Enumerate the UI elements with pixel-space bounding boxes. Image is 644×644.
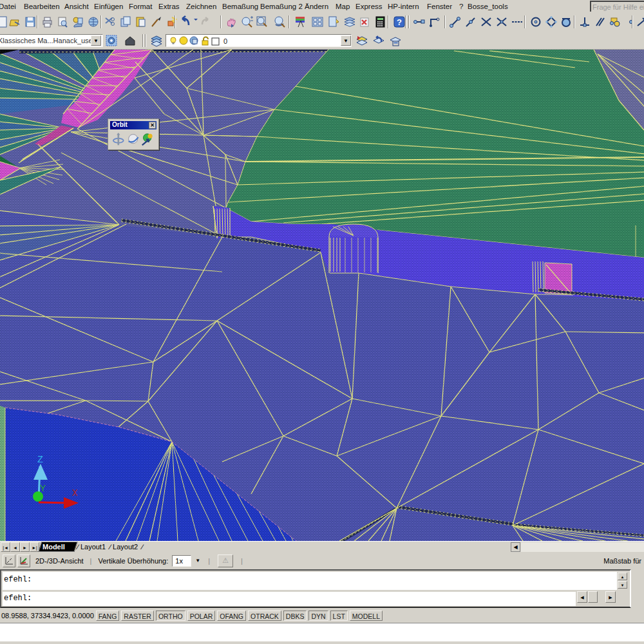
svg-text:Z: Z	[37, 455, 43, 466]
svg-text:?: ?	[397, 17, 402, 27]
svg-text:0: 0	[223, 37, 227, 45]
svg-text:X: X	[72, 488, 78, 498]
